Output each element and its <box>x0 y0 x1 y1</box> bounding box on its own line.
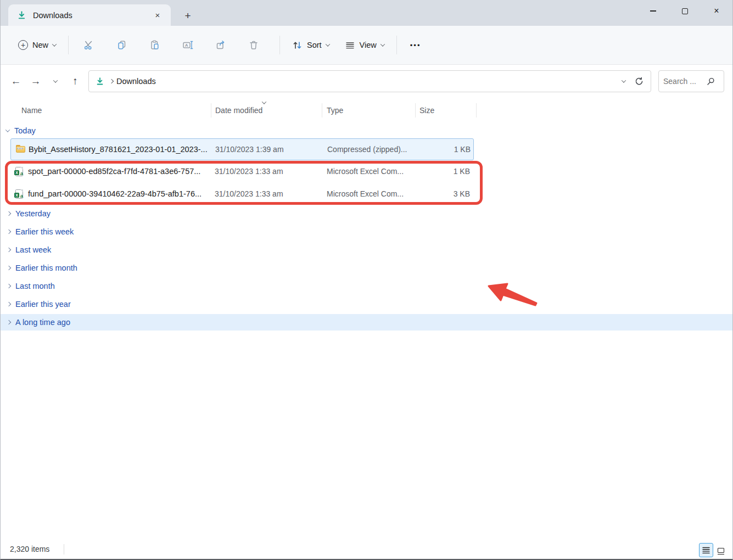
refresh-icon[interactable] <box>634 76 644 86</box>
toolbar-separator <box>68 36 69 54</box>
group-label: Yesterday <box>15 209 51 218</box>
toolbar-separator <box>279 36 280 54</box>
paste-button[interactable] <box>141 33 169 57</box>
address-field[interactable]: Downloads <box>88 70 651 92</box>
excel-csv-icon <box>15 189 23 200</box>
search-icon[interactable] <box>706 77 715 86</box>
sort-button-label: Sort <box>307 41 322 49</box>
large-icons-view-icon <box>718 548 724 553</box>
large-icons-view-toggle[interactable] <box>714 543 728 557</box>
file-date: 31/10/2023 1:39 am <box>215 145 284 154</box>
delete-button[interactable] <box>240 33 267 57</box>
group-label: Last month <box>15 282 55 290</box>
close-button[interactable]: × <box>701 0 732 22</box>
chevron-right-icon <box>7 229 11 234</box>
minimize-button[interactable] <box>637 0 669 22</box>
sort-icon <box>292 40 303 51</box>
group-header-earlier-this-year[interactable]: Earlier this year <box>1 296 732 312</box>
file-date: 31/10/2023 1:33 am <box>215 189 283 198</box>
column-separator[interactable] <box>322 103 322 117</box>
window-controls: × <box>637 0 732 22</box>
chevron-down-icon <box>53 78 58 82</box>
file-size: 3 KB <box>423 189 470 198</box>
column-separator[interactable] <box>211 103 211 117</box>
group-header-earlier-this-week[interactable]: Earlier this week <box>1 223 732 240</box>
forward-button[interactable]: → <box>26 71 46 91</box>
view-icon <box>345 40 355 51</box>
file-name: fund_part-00000-39410462-22a9-4b75-afb1-… <box>28 189 202 198</box>
toolbar-separator <box>396 36 397 54</box>
downloads-icon <box>17 10 26 20</box>
file-size: 1 KB <box>423 167 470 176</box>
copy-icon <box>116 40 127 51</box>
column-header-size[interactable]: Size <box>419 106 434 115</box>
chevron-right-icon <box>7 320 11 324</box>
cut-button[interactable] <box>75 33 103 57</box>
column-separator[interactable] <box>476 103 477 117</box>
chevron-right-icon <box>7 211 11 216</box>
excel-csv-icon <box>15 167 23 178</box>
file-size: 1 KB <box>424 145 471 154</box>
breadcrumb-segment[interactable]: Downloads <box>116 77 156 86</box>
group-label: Earlier this week <box>15 227 74 236</box>
group-label: A long time ago <box>15 318 70 327</box>
maximize-button[interactable] <box>669 0 701 22</box>
chevron-right-icon <box>7 266 11 270</box>
file-list-area: Name Date modified Type Size Today Bybit… <box>1 98 732 541</box>
minimize-icon <box>650 10 656 11</box>
column-header-date-modified[interactable]: Date modified <box>215 106 262 115</box>
view-button[interactable]: View <box>339 36 390 55</box>
tab-downloads[interactable]: Downloads × <box>8 4 171 26</box>
group-label: Earlier this month <box>15 264 77 272</box>
column-header-name[interactable]: Name <box>21 106 42 115</box>
new-tab-button[interactable]: + <box>181 9 195 23</box>
file-row-spot-csv[interactable]: spot_part-00000-ed85f2ca-f7fd-4781-a3e6-… <box>10 161 474 183</box>
column-separator[interactable] <box>415 103 416 117</box>
details-view-toggle[interactable] <box>699 543 713 557</box>
chevron-down-icon <box>325 42 329 46</box>
sort-ascending-indicator-icon <box>262 99 266 104</box>
tab-close-icon[interactable]: × <box>151 9 164 22</box>
chevron-right-icon <box>7 248 11 252</box>
search-box[interactable] <box>658 70 724 92</box>
file-date: 31/10/2023 1:33 am <box>215 167 283 176</box>
share-button[interactable] <box>207 33 234 57</box>
see-more-button[interactable]: ••• <box>404 41 428 49</box>
group-header-earlier-this-month[interactable]: Earlier this month <box>1 260 732 276</box>
tab-strip: Downloads × + × <box>1 0 732 26</box>
group-header-last-month[interactable]: Last month <box>1 278 732 294</box>
downloads-icon <box>96 77 104 86</box>
zip-folder-icon <box>16 145 25 155</box>
address-dropdown-icon[interactable] <box>622 78 626 82</box>
status-bar: 2,320 items <box>1 540 732 559</box>
file-row-bybit-zip[interactable]: Bybit_AssetHistory_8781621_2023-01-01_20… <box>10 138 474 160</box>
file-explorer-window: Downloads × + × New <box>0 0 733 560</box>
chevron-down-icon <box>5 127 10 132</box>
new-button-label: New <box>32 41 48 49</box>
maximize-icon <box>682 8 688 14</box>
group-header-last-week[interactable]: Last week <box>1 242 732 258</box>
group-header-yesterday[interactable]: Yesterday <box>1 205 732 222</box>
new-button[interactable]: New <box>13 36 61 54</box>
sort-button[interactable]: Sort <box>287 36 335 55</box>
svg-text:A: A <box>185 43 188 48</box>
address-bar-row: ← → ↑ Downloads <box>1 65 732 98</box>
file-type: Microsoft Excel Com... <box>327 189 404 198</box>
chevron-right-icon <box>109 79 114 83</box>
group-label: Today <box>14 126 36 135</box>
chevron-right-icon <box>7 284 11 288</box>
group-header-today[interactable]: Today <box>6 122 36 139</box>
chevron-down-icon <box>381 42 385 46</box>
back-button[interactable]: ← <box>6 71 26 91</box>
rename-icon: A <box>182 40 194 51</box>
group-label: Last week <box>15 245 51 254</box>
chevron-right-icon <box>7 302 11 306</box>
rename-button[interactable]: A <box>174 33 202 57</box>
recent-locations-button[interactable] <box>46 71 65 91</box>
group-header-a-long-time-ago[interactable]: A long time ago <box>1 314 732 331</box>
copy-button[interactable] <box>108 33 136 57</box>
up-button[interactable]: ↑ <box>65 71 85 91</box>
file-row-fund-csv[interactable]: fund_part-00000-39410462-22a9-4b75-afb1-… <box>10 183 474 205</box>
column-header-type[interactable]: Type <box>327 106 343 115</box>
search-input[interactable] <box>663 77 706 86</box>
